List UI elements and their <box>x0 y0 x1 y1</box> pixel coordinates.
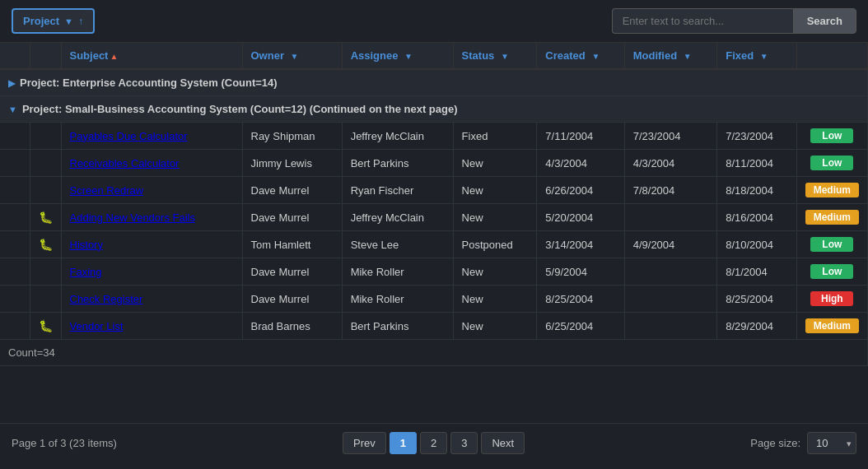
owner-cell: Dave Murrel <box>242 177 342 204</box>
subject-link[interactable]: Vendor List <box>70 320 124 332</box>
status-filter-icon[interactable]: ▼ <box>501 52 509 61</box>
search-area: Search <box>612 8 856 34</box>
page-size-select[interactable]: 10 25 50 <box>807 432 856 454</box>
subject-cell: Receivables Calculator <box>61 150 242 177</box>
assignee-cell: Mike Roller <box>342 286 453 313</box>
fixed-cell: 8/18/2004 <box>717 177 796 204</box>
status-cell: New <box>453 286 537 313</box>
modified-cell <box>624 313 716 340</box>
expand-cell <box>0 286 30 313</box>
subject-cell: Vendor List <box>61 313 242 340</box>
page-1-button[interactable]: 1 <box>390 432 417 454</box>
modified-cell: 4/3/2004 <box>624 150 716 177</box>
page-2-button[interactable]: 2 <box>420 432 447 454</box>
sort-indicator: ▲ <box>110 52 118 61</box>
subject-link[interactable]: History <box>70 239 103 251</box>
bug-icon: 🐛 <box>39 238 53 251</box>
fixed-col-label: Fixed <box>726 49 754 62</box>
next-button[interactable]: Next <box>481 432 525 454</box>
filter-icon: ▼ <box>64 16 73 26</box>
subject-cell: Screen Redraw <box>61 177 242 204</box>
page-3-button[interactable]: 3 <box>450 432 478 454</box>
top-bar: Project ▼ ↑ Search <box>0 0 868 43</box>
created-col-label: Created <box>545 49 585 62</box>
fixed-cell: 8/29/2004 <box>717 313 796 340</box>
fixed-filter-icon[interactable]: ▼ <box>760 52 768 61</box>
expand-cell <box>0 258 30 286</box>
modified-cell: 7/8/2004 <box>624 177 716 204</box>
assignee-cell: Ryan Fischer <box>342 177 453 204</box>
created-cell: 5/20/2004 <box>537 204 624 231</box>
bug-icon: 🐛 <box>39 319 53 332</box>
priority-cell: Low <box>796 150 867 177</box>
modified-filter-icon[interactable]: ▼ <box>684 52 692 61</box>
bug-icon-cell <box>30 123 61 150</box>
search-input[interactable] <box>612 8 793 34</box>
project-button[interactable]: Project ▼ ↑ <box>12 8 95 34</box>
fixed-cell: 8/16/2004 <box>717 204 796 231</box>
priority-cell: Low <box>796 231 867 258</box>
status-col-label: Status <box>462 49 495 62</box>
owner-cell: Dave Murrel <box>242 204 342 231</box>
table-row: Screen RedrawDave MurrelRyan FischerNew6… <box>0 177 868 204</box>
assignee-cell: Jeffrey McClain <box>342 204 453 231</box>
assignee-cell: Jeffrey McClain <box>342 123 453 150</box>
status-cell: New <box>453 258 537 286</box>
col-created: Created ▼ <box>537 43 624 69</box>
created-filter-icon[interactable]: ▼ <box>591 52 600 61</box>
prev-button[interactable]: Prev <box>343 432 386 454</box>
subject-link[interactable]: Screen Redraw <box>70 184 144 197</box>
owner-filter-icon[interactable]: ▼ <box>291 52 299 61</box>
subject-link[interactable]: Adding New Vendors Fails <box>70 211 195 224</box>
priority-badge: Low <box>810 237 853 252</box>
subject-link[interactable]: Faxing <box>70 266 102 278</box>
priority-cell: Medium <box>796 313 867 340</box>
bug-icon-cell <box>30 258 61 286</box>
priority-badge: Low <box>810 128 853 143</box>
table-row: Payables Due CalculatorRay ShipmanJeffre… <box>0 123 868 150</box>
sort-up-icon: ↑ <box>78 16 83 27</box>
created-cell: 5/9/2004 <box>537 258 624 286</box>
search-button[interactable]: Search <box>793 8 856 34</box>
expand-cell <box>0 204 30 231</box>
subject-link[interactable]: Payables Due Calculator <box>70 130 188 142</box>
priority-cell: Low <box>796 258 867 286</box>
owner-cell: Tom Hamlett <box>242 231 342 258</box>
modified-cell <box>624 204 716 231</box>
col-status: Status ▼ <box>453 43 537 69</box>
fixed-cell: 8/25/2004 <box>717 286 796 313</box>
owner-cell: Ray Shipman <box>242 123 342 150</box>
modified-cell <box>624 286 716 313</box>
subject-cell: Payables Due Calculator <box>61 123 242 150</box>
bug-icon: 🐛 <box>39 211 53 224</box>
count-row: Count=34 <box>0 340 868 366</box>
table-row: Receivables CalculatorJimmy LewisBert Pa… <box>0 150 868 177</box>
priority-cell: Low <box>796 123 867 150</box>
assignee-filter-icon[interactable]: ▼ <box>404 52 413 61</box>
group-toggle-icon[interactable]: ▶ <box>8 78 15 88</box>
page-size-wrapper: 10 25 50 <box>807 432 856 454</box>
subject-cell: History <box>61 231 242 258</box>
data-table: Subject▲ Owner ▼ Assignee ▼ Status ▼ <box>0 43 868 366</box>
table-row: Check RegisterDave MurrelMike RollerNew8… <box>0 286 868 313</box>
modified-col-label: Modified <box>633 49 677 62</box>
priority-badge: Low <box>810 156 853 170</box>
table-row: 🐛Adding New Vendors FailsDave MurrelJeff… <box>0 204 868 231</box>
status-cell: New <box>453 150 537 177</box>
expand-cell <box>0 150 30 177</box>
subject-cell: Adding New Vendors Fails <box>61 204 242 231</box>
owner-cell: Dave Murrel <box>242 286 342 313</box>
page-size-area: Page size: 10 25 50 <box>750 432 856 454</box>
owner-col-label: Owner <box>251 49 284 62</box>
status-cell: Fixed <box>453 123 537 150</box>
modified-cell <box>624 258 716 286</box>
table-row: FaxingDave MurrelMike RollerNew5/9/20048… <box>0 258 868 286</box>
subject-cell: Faxing <box>61 258 242 286</box>
modified-cell: 7/23/2004 <box>624 123 716 150</box>
group-toggle-icon[interactable]: ▼ <box>8 104 17 114</box>
status-cell: New <box>453 177 537 204</box>
subject-link[interactable]: Receivables Calculator <box>70 157 180 169</box>
assignee-cell: Mike Roller <box>342 258 453 286</box>
subject-link[interactable]: Check Register <box>70 293 143 305</box>
created-cell: 6/26/2004 <box>537 177 624 204</box>
